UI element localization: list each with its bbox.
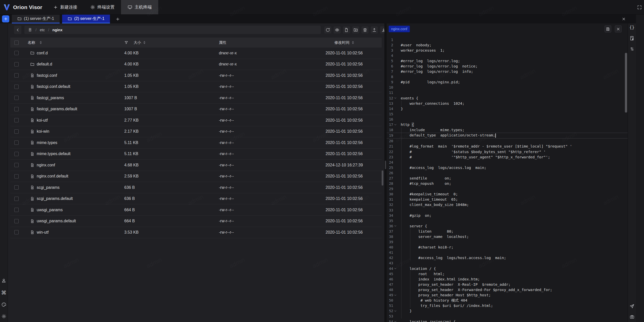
file-row-scgi_params.default[interactable]: scgi_params.default636 B-rw-r--r--2020-1… bbox=[10, 193, 382, 205]
code-line-7[interactable]: 7#error_log logs/error.log info; bbox=[387, 69, 628, 74]
sort-size[interactable] bbox=[143, 41, 145, 44]
code-line-25[interactable]: 25 #access_log logs/access.log main; bbox=[387, 165, 628, 170]
file-row-mime.types.default[interactable]: mime.types.default5.11 KB-rw-r--r--2020-… bbox=[10, 149, 382, 160]
code-line-27[interactable]: 27 sendfile on; bbox=[387, 175, 628, 181]
menu-item-terminal-settings[interactable]: 终端设置 bbox=[84, 0, 121, 14]
code-line-49[interactable]: 49 proxy_set_header Host $http_host; bbox=[387, 293, 628, 298]
file-row-win-utf[interactable]: win-utf3.53 KB-rw-r--r--2020-11-01 10:02… bbox=[10, 227, 382, 238]
code-line-39[interactable]: 39 bbox=[387, 239, 628, 245]
file-row-fastcgi.conf[interactable]: fastcgi.conf1.05 KB-rw-r--r--2020-11-01 … bbox=[10, 70, 382, 81]
code-line-36[interactable]: 36 server { bbox=[387, 223, 628, 229]
row-checkbox[interactable] bbox=[14, 62, 19, 66]
row-checkbox[interactable] bbox=[14, 140, 19, 145]
theme-button[interactable] bbox=[1, 302, 6, 307]
code-line-34[interactable]: 34 #gzip on; bbox=[387, 213, 628, 218]
new-folder-button[interactable] bbox=[352, 26, 359, 33]
code-line-51[interactable]: 51 try_files $uri $uri/ /index.html; bbox=[387, 303, 628, 308]
code-line-33[interactable]: 33 bbox=[387, 207, 628, 213]
code-line-6[interactable]: 6#error_log logs/error.log notice; bbox=[387, 63, 628, 69]
add-tab-button[interactable] bbox=[114, 15, 122, 23]
braces-button[interactable]: {} bbox=[629, 25, 634, 30]
terminal-tab-1[interactable]: (1) server-生产-1 bbox=[12, 15, 60, 23]
fold-toggle-icon[interactable] bbox=[393, 96, 397, 100]
delete-button[interactable] bbox=[361, 26, 369, 33]
menu-item-new-connection[interactable]: 新建连接 bbox=[47, 0, 84, 14]
fold-toggle-icon[interactable] bbox=[393, 224, 397, 228]
code-line-29[interactable]: 29 bbox=[387, 186, 628, 192]
settings-button[interactable] bbox=[2, 314, 6, 319]
row-checkbox[interactable] bbox=[14, 174, 19, 178]
code-line-14[interactable]: 14} bbox=[387, 106, 628, 111]
file-row-fastcgi_params[interactable]: fastcgi_params1007 B-rw-r--r--2020-11-01… bbox=[10, 92, 382, 104]
breadcrumb-segment-nginx[interactable]: nginx bbox=[52, 28, 62, 32]
code-line-31[interactable]: 31 keepalive_timeout 65; bbox=[387, 197, 628, 202]
code-line-43[interactable]: 43 bbox=[387, 261, 628, 266]
code-line-45[interactable]: 45 root html; bbox=[387, 271, 628, 276]
editor-scrollbar[interactable] bbox=[625, 53, 627, 113]
row-checkbox[interactable] bbox=[14, 51, 19, 55]
new-file-button[interactable] bbox=[343, 26, 350, 33]
row-checkbox[interactable] bbox=[14, 197, 19, 201]
file-row-fastcgi_params.default[interactable]: fastcgi_params.default1007 B-rw-r--r--20… bbox=[10, 104, 382, 115]
toggle-hidden-button[interactable] bbox=[334, 26, 341, 33]
code-line-5[interactable]: 5#error_log logs/error.log; bbox=[387, 58, 628, 63]
sort-name[interactable] bbox=[40, 41, 42, 44]
code-line-2[interactable]: 2#user nobody; bbox=[387, 42, 628, 48]
code-line-19[interactable]: 19 default_type application/octet-stream… bbox=[387, 133, 628, 138]
column-size[interactable]: 大小 bbox=[134, 40, 141, 45]
send-command-button[interactable] bbox=[629, 304, 634, 309]
fullscreen-button[interactable] bbox=[637, 5, 642, 10]
breadcrumb[interactable]: /etc/nginx bbox=[24, 26, 321, 34]
fold-toggle-icon[interactable] bbox=[393, 294, 397, 297]
file-row-uwsgi_params.default[interactable]: uwsgi_params.default664 B-rw-r--r--2020-… bbox=[10, 216, 382, 227]
row-checkbox[interactable] bbox=[14, 163, 19, 167]
code-line-54[interactable]: 54 location /orion/api { bbox=[387, 319, 628, 322]
code-line-20[interactable]: 20 bbox=[387, 138, 628, 144]
fold-toggle-icon[interactable] bbox=[393, 320, 397, 322]
filter-icon[interactable] bbox=[124, 41, 128, 45]
code-line-10[interactable]: 10 bbox=[387, 85, 628, 90]
row-checkbox[interactable] bbox=[14, 73, 19, 78]
column-name[interactable]: 名称 bbox=[28, 40, 35, 45]
row-checkbox[interactable] bbox=[14, 107, 19, 111]
code-line-38[interactable]: 38 server_name localhost; bbox=[387, 234, 628, 239]
code-line-8[interactable]: 8 bbox=[387, 74, 628, 80]
file-row-nginx.conf[interactable]: nginx.conf4.68 KB-rw-r--r--2024-12-10 16… bbox=[10, 160, 382, 171]
code-line-12[interactable]: 12events { bbox=[387, 95, 628, 101]
code-line-16[interactable]: 16 bbox=[387, 117, 628, 122]
file-row-koi-utf[interactable]: koi-utf2.77 KB-rw-r--r--2020-11-01 10:02… bbox=[10, 115, 382, 126]
code-line-32[interactable]: 32 client_max_body_size 1048m; bbox=[387, 202, 628, 207]
upload-button[interactable] bbox=[371, 26, 378, 33]
code-line-46[interactable]: 46 index index.html index.htm; bbox=[387, 276, 628, 282]
code-line-30[interactable]: 30 #keepalive_timeout 0; bbox=[387, 192, 628, 197]
row-checkbox[interactable] bbox=[14, 185, 19, 190]
code-line-1[interactable]: 1 bbox=[387, 37, 628, 42]
row-checkbox[interactable] bbox=[14, 219, 19, 223]
code-editor[interactable]: 12#user nobody;3worker_processes 1;45#er… bbox=[387, 34, 628, 322]
fold-toggle-icon[interactable] bbox=[393, 267, 397, 270]
file-row-mime.types[interactable]: mime.types5.11 KB-rw-r--r--2020-11-01 10… bbox=[10, 137, 382, 149]
row-checkbox[interactable] bbox=[14, 230, 19, 234]
sort-order-button[interactable] bbox=[630, 47, 634, 51]
code-line-23[interactable]: 23 # '"$http_user_agent" "$http_x_forwar… bbox=[387, 154, 628, 160]
code-line-9[interactable]: 9#pid logs/nginx.pid; bbox=[387, 80, 628, 85]
new-tab-button[interactable] bbox=[2, 15, 9, 22]
code-line-44[interactable]: 44 location / { bbox=[387, 266, 628, 271]
file-info-button[interactable] bbox=[629, 36, 634, 41]
code-line-52[interactable]: 52 } bbox=[387, 308, 628, 314]
code-line-13[interactable]: 13 worker_connections 1024; bbox=[387, 101, 628, 106]
row-checkbox[interactable] bbox=[14, 208, 19, 212]
editor-file-tab[interactable]: nginx.conf bbox=[389, 26, 410, 32]
row-checkbox[interactable] bbox=[14, 96, 19, 100]
close-editor-button[interactable] bbox=[615, 25, 622, 32]
code-line-28[interactable]: 28 #tcp_nopush on; bbox=[387, 181, 628, 186]
code-line-24[interactable]: 24 bbox=[387, 160, 628, 165]
code-line-4[interactable]: 4 bbox=[387, 53, 628, 58]
refresh-button[interactable] bbox=[324, 26, 331, 33]
back-button[interactable] bbox=[14, 26, 21, 34]
user-button[interactable] bbox=[1, 278, 6, 283]
terminal-tab-2[interactable]: (2) server-生产-1 bbox=[62, 15, 110, 23]
screenshot-button[interactable] bbox=[630, 314, 634, 319]
code-line-11[interactable]: 11 bbox=[387, 90, 628, 95]
code-line-50[interactable]: 50 # web history 模式 404 bbox=[387, 298, 628, 303]
